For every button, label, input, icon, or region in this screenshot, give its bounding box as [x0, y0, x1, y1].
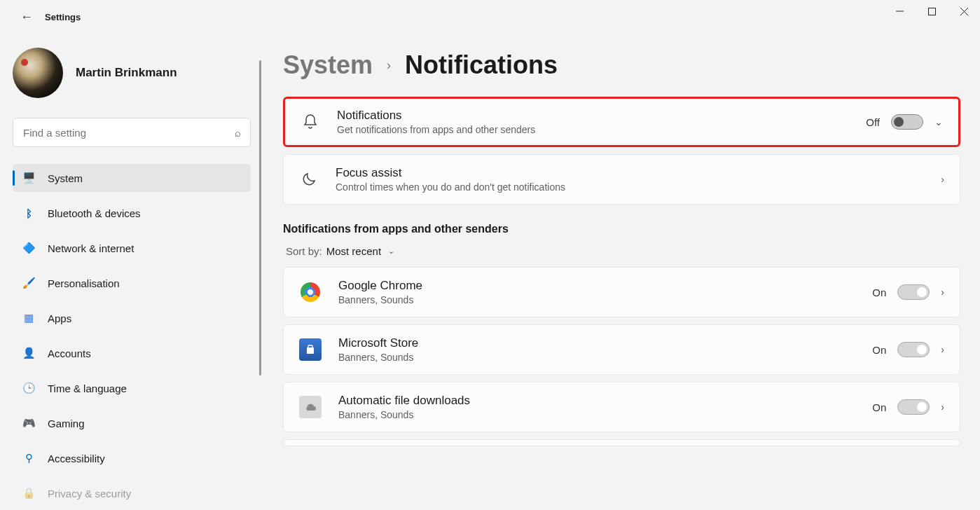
sidebar-item-bluetooth[interactable]: ᛒ Bluetooth & devices: [13, 199, 251, 227]
cloud-icon: [299, 396, 322, 418]
toggle-state-text: Off: [866, 116, 880, 128]
sidebar-item-privacy[interactable]: 🔒 Privacy & security: [13, 479, 251, 507]
card-subtitle: Control times when you do and don't get …: [336, 181, 924, 193]
titlebar: ← Settings: [0, 0, 980, 34]
app-notification-row[interactable]: Microsoft Store Banners, Sounds On ›: [283, 324, 960, 375]
sidebar-item-time[interactable]: 🕒 Time & language: [13, 374, 251, 402]
display-icon: 🖥️: [22, 172, 35, 184]
toggle-state-text: On: [872, 401, 886, 413]
card-title: Notifications: [337, 109, 849, 123]
chevron-right-icon[interactable]: ›: [941, 287, 944, 298]
app-toggle[interactable]: [897, 342, 930, 357]
nav-list: 🖥️ System ᛒ Bluetooth & devices 🔷 Networ…: [13, 164, 251, 507]
sidebar-item-label: Gaming: [48, 418, 85, 429]
chevron-right-icon: ›: [941, 174, 944, 185]
sort-label: Sort by:: [286, 245, 322, 257]
toggle-state-text: On: [872, 344, 886, 356]
app-name: Microsoft Store: [338, 336, 855, 350]
sidebar-item-label: Apps: [48, 312, 71, 324]
sidebar-item-accounts[interactable]: 👤 Accounts: [13, 339, 251, 367]
app-subtitle: Banners, Sounds: [338, 409, 855, 420]
app-toggle[interactable]: [897, 284, 930, 300]
sidebar: Martin Brinkmann ⌕ 🖥️ System ᛒ Bluetooth…: [0, 34, 263, 510]
app-subtitle: Banners, Sounds: [338, 352, 855, 363]
chevron-right-icon[interactable]: ›: [941, 401, 944, 413]
app-name: Automatic file downloads: [338, 394, 855, 408]
sidebar-item-personalisation[interactable]: 🖌️ Personalisation: [13, 269, 251, 297]
card-title: Focus assist: [336, 166, 924, 180]
bell-icon: [301, 112, 320, 132]
sidebar-item-label: System: [48, 172, 83, 184]
sidebar-item-system[interactable]: 🖥️ System: [13, 164, 251, 192]
clock-icon: 🕒: [22, 382, 35, 394]
arrow-left-icon: ←: [20, 10, 33, 25]
sort-value: Most recent: [326, 245, 381, 257]
sidebar-item-gaming[interactable]: 🎮 Gaming: [13, 409, 251, 437]
wifi-icon: 🔷: [22, 242, 35, 254]
chevron-down-icon[interactable]: ⌄: [934, 116, 943, 127]
chevron-right-icon[interactable]: ›: [941, 344, 944, 355]
chrome-icon: [299, 281, 322, 303]
profile-block[interactable]: Martin Brinkmann: [13, 48, 251, 98]
sidebar-item-label: Personalisation: [48, 277, 120, 289]
main-content: System › Notifications Notifications Get…: [263, 34, 980, 510]
toggle-state-text: On: [872, 287, 886, 298]
app-notification-row[interactable]: Automatic file downloads Banners, Sounds…: [283, 382, 960, 432]
svg-rect-1: [928, 8, 935, 15]
sidebar-item-apps[interactable]: ▦ Apps: [13, 304, 251, 332]
app-title: Settings: [45, 12, 81, 22]
sidebar-item-accessibility[interactable]: ⚲ Accessibility: [13, 444, 251, 472]
gamepad-icon: 🎮: [22, 417, 35, 429]
search-icon: ⌕: [235, 127, 241, 139]
breadcrumb-parent[interactable]: System: [283, 50, 373, 80]
chevron-right-icon: ›: [387, 58, 391, 73]
paintbrush-icon: 🖌️: [22, 277, 35, 289]
page-title: Notifications: [405, 50, 558, 80]
shield-icon: 🔒: [22, 487, 35, 499]
notifications-master-card[interactable]: Notifications Get notifications from app…: [283, 97, 960, 147]
person-icon: 👤: [22, 347, 35, 359]
accessibility-icon: ⚲: [22, 452, 35, 464]
app-name: Google Chrome: [338, 279, 855, 293]
app-notification-row-partial[interactable]: [283, 439, 960, 446]
scrollbar[interactable]: [259, 60, 261, 375]
sidebar-item-label: Privacy & security: [48, 488, 131, 499]
microsoft-store-icon: [299, 338, 322, 361]
card-subtitle: Get notifications from apps and other se…: [337, 124, 849, 135]
close-button[interactable]: [948, 0, 980, 22]
sort-by-dropdown[interactable]: Sort by: Most recent ⌄: [283, 245, 960, 257]
sidebar-item-label: Network & internet: [48, 242, 134, 254]
app-subtitle: Banners, Sounds: [338, 294, 855, 305]
sidebar-item-network[interactable]: 🔷 Network & internet: [13, 234, 251, 262]
breadcrumb: System › Notifications: [283, 50, 960, 80]
avatar: [13, 48, 63, 98]
app-notification-row[interactable]: Google Chrome Banners, Sounds On ›: [283, 267, 960, 317]
section-heading: Notifications from apps and other sender…: [283, 223, 960, 235]
focus-assist-card[interactable]: Focus assist Control times when you do a…: [283, 154, 960, 205]
chevron-down-icon: ⌄: [388, 247, 394, 256]
profile-name: Martin Brinkmann: [76, 66, 177, 80]
maximize-button[interactable]: [916, 0, 948, 22]
sidebar-item-label: Bluetooth & devices: [48, 207, 141, 219]
sidebar-item-label: Accounts: [48, 347, 91, 359]
notifications-toggle[interactable]: [891, 114, 923, 130]
search-input[interactable]: [13, 118, 251, 147]
svg-rect-5: [308, 345, 312, 348]
moon-icon: [299, 170, 319, 189]
sidebar-item-label: Time & language: [48, 382, 127, 394]
bluetooth-icon: ᛒ: [22, 207, 35, 219]
search-wrap: ⌕: [13, 118, 251, 147]
app-toggle[interactable]: [897, 399, 930, 415]
apps-icon: ▦: [22, 312, 35, 324]
back-button[interactable]: ←: [13, 3, 41, 31]
window-controls: [883, 0, 980, 22]
minimize-button[interactable]: [883, 0, 916, 22]
sidebar-item-label: Accessibility: [48, 453, 105, 464]
